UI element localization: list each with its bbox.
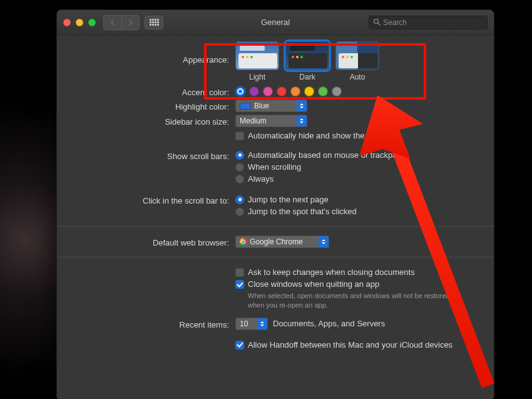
highlight-swatch-icon bbox=[240, 103, 251, 110]
accent-label: Accent color: bbox=[76, 85, 235, 97]
default-browser-value: Google Chrome bbox=[250, 237, 303, 246]
appearance-label: Appearance: bbox=[76, 41, 235, 65]
click-scroll-label: Click in the scroll bar to: bbox=[76, 194, 235, 205]
zoom-window-button[interactable] bbox=[88, 19, 96, 26]
sidebar-icon-select[interactable]: Medium bbox=[235, 115, 307, 127]
recent-items-value: 10 bbox=[240, 319, 248, 328]
updown-icon bbox=[297, 100, 307, 111]
appearance-caption: Light bbox=[249, 73, 265, 81]
appearance-caption: Dark bbox=[299, 73, 315, 81]
close-windows-label: Close windows when quitting an app bbox=[248, 279, 379, 289]
recent-items-select[interactable]: 10 bbox=[235, 318, 268, 330]
highlight-label: Highlight color: bbox=[76, 100, 235, 111]
scrollbars-radio-label: Always bbox=[248, 174, 274, 184]
accent-swatch[interactable] bbox=[235, 86, 245, 96]
click-scroll-radio-nextpage[interactable] bbox=[235, 195, 244, 204]
preferences-window: General Appearance: Light Dark bbox=[56, 9, 494, 399]
close-window-button[interactable] bbox=[63, 19, 71, 26]
accent-swatch[interactable] bbox=[332, 86, 342, 96]
grid-icon bbox=[150, 19, 158, 26]
forward-button[interactable] bbox=[121, 16, 139, 29]
content: Appearance: Light Dark Auto bbox=[57, 35, 494, 366]
chevron-left-icon bbox=[110, 19, 115, 26]
appearance-option-dark[interactable]: Dark bbox=[285, 41, 329, 81]
divider bbox=[57, 226, 494, 227]
browser-label: Default web browser: bbox=[76, 236, 235, 247]
svg-line-1 bbox=[378, 23, 380, 24]
updown-icon bbox=[257, 318, 267, 329]
autohide-menubar-checkbox[interactable] bbox=[235, 132, 244, 140]
autohide-menubar-label: Automatically hide and show the menu bar bbox=[248, 131, 401, 140]
highlight-value: Blue bbox=[254, 101, 269, 110]
close-windows-note: When selected, open documents and window… bbox=[248, 291, 461, 310]
window-controls bbox=[63, 19, 96, 26]
click-scroll-radio-label: Jump to the spot that's clicked bbox=[248, 207, 357, 216]
search-icon bbox=[373, 18, 381, 27]
chevron-right-icon bbox=[128, 19, 133, 26]
accent-swatch[interactable] bbox=[290, 86, 300, 96]
accent-swatch[interactable] bbox=[263, 86, 273, 96]
handoff-label: Allow Handoff between this Mac and your … bbox=[248, 340, 453, 350]
close-windows-checkbox[interactable] bbox=[235, 280, 244, 289]
updown-icon bbox=[297, 115, 307, 127]
click-scroll-radio-spot[interactable] bbox=[235, 207, 244, 216]
appearance-option-light[interactable]: Light bbox=[235, 41, 279, 81]
show-all-button[interactable] bbox=[145, 16, 163, 29]
accent-swatches bbox=[235, 85, 475, 96]
scrollbars-radio-label: Automatically based on mouse or trackpad bbox=[248, 150, 402, 160]
scrollbars-radio-auto[interactable] bbox=[235, 151, 244, 160]
accent-swatch[interactable] bbox=[277, 86, 287, 96]
appearance-caption: Auto bbox=[350, 73, 366, 81]
back-button[interactable] bbox=[104, 16, 121, 29]
sidebar-icon-value: Medium bbox=[240, 117, 267, 125]
light-thumbnail-icon bbox=[235, 41, 279, 70]
scrollbars-radio-scrolling[interactable] bbox=[235, 163, 244, 172]
highlight-color-select[interactable]: Blue bbox=[235, 100, 307, 112]
appearance-option-auto[interactable]: Auto bbox=[335, 41, 379, 81]
accent-swatch[interactable] bbox=[318, 86, 328, 96]
scrollbars-radio-always[interactable] bbox=[235, 175, 244, 184]
minimize-window-button[interactable] bbox=[76, 19, 83, 26]
recent-label: Recent items: bbox=[76, 318, 235, 329]
scrollbars-label: Show scroll bars: bbox=[76, 149, 235, 161]
titlebar: General bbox=[57, 10, 494, 35]
search-input[interactable] bbox=[383, 18, 483, 27]
scrollbars-radio-label: When scrolling bbox=[248, 162, 301, 172]
ask-keep-checkbox[interactable] bbox=[235, 268, 244, 277]
divider bbox=[57, 257, 494, 257]
default-browser-select[interactable]: Google Chrome bbox=[235, 236, 329, 248]
dark-thumbnail-icon bbox=[285, 41, 329, 70]
sidebar-icon-label: Sidebar icon size: bbox=[76, 115, 235, 127]
auto-thumbnail-icon bbox=[335, 41, 379, 70]
recent-items-suffix: Documents, Apps, and Servers bbox=[273, 319, 385, 328]
chrome-icon bbox=[240, 238, 247, 246]
ask-keep-label: Ask to keep changes when closing documen… bbox=[248, 267, 415, 277]
click-scroll-radio-label: Jump to the next page bbox=[248, 195, 329, 204]
search-field[interactable] bbox=[369, 16, 488, 29]
updown-icon bbox=[319, 236, 329, 247]
handoff-checkbox[interactable] bbox=[235, 341, 244, 350]
accent-swatch[interactable] bbox=[249, 86, 259, 96]
accent-swatch[interactable] bbox=[304, 86, 314, 96]
